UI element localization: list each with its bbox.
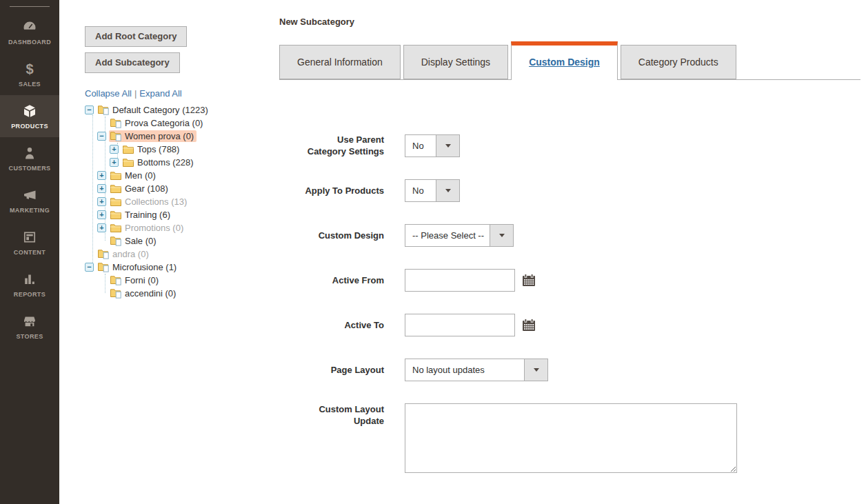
chevron-down-icon[interactable] [436, 135, 459, 157]
tab-general-information[interactable]: General Information [279, 45, 401, 79]
sidebar-item-stores[interactable]: STORES [0, 305, 59, 347]
add-subcategory-button[interactable]: Add Subcategory [85, 52, 180, 73]
use-parent-label: Use Parent Category Settings [301, 134, 384, 157]
sales-icon: $ [21, 61, 38, 77]
folder-icon [110, 170, 122, 181]
tree-item-default-category[interactable]: Default Category (1223) [85, 103, 279, 117]
tree-links: Collapse All|Expand All [85, 88, 279, 99]
folder-icon [110, 236, 122, 246]
apply-to-select[interactable]: No [405, 179, 460, 202]
expand-icon[interactable] [97, 184, 106, 193]
tree-item-prova-categoria[interactable]: Prova Categoria (0) [85, 117, 279, 130]
folder-icon [110, 183, 122, 194]
customers-icon [21, 145, 38, 161]
expand-icon[interactable] [97, 223, 106, 232]
sidebar-item-label: REPORTS [14, 291, 46, 298]
expand-icon[interactable] [97, 197, 106, 206]
tab-display-settings[interactable]: Display Settings [403, 45, 508, 79]
folder-icon [110, 223, 122, 233]
stores-icon [21, 313, 38, 330]
products-icon [21, 103, 38, 119]
custom-design-form: Use Parent Category Settings No Apply To… [279, 134, 866, 473]
collapse-icon[interactable] [97, 132, 106, 141]
tree-item-bottoms[interactable]: Bottoms (228) [85, 156, 279, 169]
expand-all-link[interactable]: Expand All [139, 88, 181, 99]
tree-item-sale[interactable]: Sale (0) [85, 234, 279, 248]
expand-icon[interactable] [110, 158, 119, 167]
chevron-down-icon[interactable] [490, 225, 513, 246]
expand-icon[interactable] [110, 145, 119, 154]
tree-item-women-prova[interactable]: Women prova (0) [85, 130, 279, 143]
collapse-icon[interactable] [85, 263, 94, 272]
tree-item-collections[interactable]: Collections (13) [85, 195, 279, 208]
link-separator: | [134, 88, 137, 99]
tree-item-promotions[interactable]: Promotions (0) [85, 221, 279, 234]
chevron-down-icon[interactable] [436, 180, 459, 201]
tree-item-training[interactable]: Training (6) [85, 208, 279, 221]
tree-item-forni[interactable]: Forni (0) [85, 274, 279, 287]
sidebar-item-sales[interactable]: $ SALES [0, 53, 59, 95]
page-layout-select[interactable]: No layout updates [405, 359, 548, 381]
sidebar-item-dashboard[interactable]: DASHBOARD [0, 11, 59, 53]
sidebar-item-label: DASHBOARD [8, 39, 51, 46]
folder-icon [98, 105, 110, 115]
active-from-calendar-button[interactable] [522, 273, 537, 288]
admin-sidebar: DASHBOARD $ SALES PRODUCTS CUSTOMERS MAR… [0, 0, 59, 504]
active-from-label: Active From [301, 274, 384, 286]
folder-icon [110, 210, 122, 220]
custom-design-select[interactable]: -- Please Select -- [405, 224, 514, 247]
active-to-input[interactable] [405, 314, 515, 336]
folder-icon [110, 131, 122, 141]
sidebar-item-label: STORES [16, 333, 43, 340]
tab-bar: General Information Display Settings Cus… [279, 41, 860, 80]
custom-layout-label: Custom Layout Update [301, 403, 384, 427]
folder-icon [110, 118, 122, 128]
sidebar-item-reports[interactable]: REPORTS [0, 263, 59, 305]
main-content: New Subcategory General Information Disp… [279, 0, 866, 495]
sidebar-item-label: MARKETING [10, 207, 50, 214]
collapse-all-link[interactable]: Collapse All [85, 88, 132, 99]
form-row-apply-to: Apply To Products No [279, 179, 866, 202]
chevron-down-icon[interactable] [524, 359, 547, 381]
active-to-calendar-button[interactable] [522, 318, 537, 332]
use-parent-select[interactable]: No [405, 134, 460, 157]
form-row-use-parent: Use Parent Category Settings No [279, 134, 866, 157]
collapse-icon[interactable] [85, 105, 94, 114]
form-row-custom-design: Custom Design -- Please Select -- [279, 224, 866, 247]
page-layout-label: Page Layout [301, 364, 384, 376]
sidebar-item-products[interactable]: PRODUCTS [0, 95, 59, 137]
expand-icon[interactable] [97, 171, 106, 180]
sidebar-item-label: CONTENT [14, 249, 46, 256]
form-row-active-to: Active To [279, 314, 866, 336]
sidebar-item-label: SALES [19, 81, 41, 88]
tree-item-tops[interactable]: Tops (788) [85, 143, 279, 156]
tree-item-men[interactable]: Men (0) [85, 169, 279, 182]
folder-icon [98, 249, 110, 259]
form-row-active-from: Active From [279, 269, 866, 292]
calendar-icon [522, 274, 536, 288]
active-from-input[interactable] [405, 269, 515, 292]
sidebar-item-customers[interactable]: CUSTOMERS [0, 137, 59, 179]
tree-item-gear[interactable]: Gear (108) [85, 182, 279, 195]
sidebar-divider [10, 6, 50, 7]
tree-item-accendini[interactable]: accendini (0) [85, 287, 279, 300]
dashboard-icon [21, 19, 38, 35]
sidebar-item-label: PRODUCTS [11, 123, 48, 130]
folder-icon [123, 157, 134, 168]
folder-icon [98, 262, 110, 272]
folder-icon [110, 288, 122, 299]
tab-custom-design[interactable]: Custom Design [511, 41, 618, 80]
calendar-icon [522, 319, 536, 332]
sidebar-item-marketing[interactable]: MARKETING [0, 179, 59, 221]
sidebar-item-content[interactable]: CONTENT [0, 221, 59, 263]
custom-layout-textarea[interactable] [405, 403, 737, 473]
apply-to-label: Apply To Products [301, 185, 384, 196]
sidebar-item-label: CUSTOMERS [9, 165, 51, 172]
tree-item-andra[interactable]: andra (0) [85, 248, 279, 261]
tab-category-products[interactable]: Category Products [621, 45, 736, 79]
add-root-category-button[interactable]: Add Root Category [85, 26, 187, 47]
expand-icon[interactable] [97, 210, 106, 219]
reports-icon [21, 271, 38, 288]
category-tree-panel: Add Root Category Add Subcategory Collap… [85, 26, 279, 300]
tree-item-microfusione[interactable]: Microfusione (1) [85, 261, 279, 274]
